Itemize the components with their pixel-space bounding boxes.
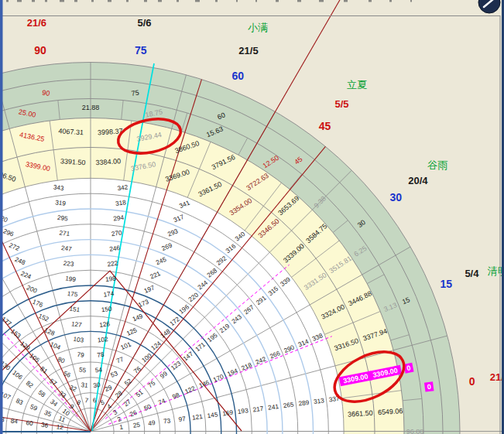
clipped-text-speck	[389, 0, 392, 2]
clipped-text-speck	[369, 0, 372, 2]
outer-degree-label: 30	[390, 191, 403, 203]
wheel-number: 265	[283, 401, 294, 409]
inner-price-value: 3391.50	[60, 157, 86, 166]
wheel-number: 294	[113, 214, 125, 223]
wheel-number: 270	[111, 229, 122, 238]
wheel-number: 12	[56, 423, 64, 431]
wheel-number: 318	[115, 199, 126, 207]
degree-value: 75	[131, 89, 139, 97]
wheel-number: 241	[268, 403, 279, 412]
inner-price-value: 3661.50	[348, 409, 373, 419]
inner-price-cell: 3384.00	[95, 157, 121, 166]
wheel-number: 84	[10, 417, 19, 425]
wheel-number: 31	[81, 381, 89, 389]
wheel-number: 145	[207, 411, 218, 419]
fraction-value: 21.88	[82, 104, 100, 111]
fraction-value: 96.88	[406, 428, 424, 434]
wheel-number: 102	[97, 336, 108, 344]
wheel-number: 36	[41, 422, 50, 429]
clipped-text-speck	[319, 0, 324, 2]
clipped-text-speck	[91, 0, 94, 2]
wheel-number: 199	[65, 275, 77, 283]
outer-degree-label: 15	[440, 278, 452, 290]
wheel-number: 175	[67, 290, 78, 299]
wheel-number: 150	[101, 306, 112, 314]
wheel-number: 25	[132, 422, 141, 429]
date-label: 21/6	[27, 17, 46, 29]
date-label: 21/5	[238, 45, 258, 56]
degree-cell: 90	[42, 89, 50, 97]
wheel-number: 126	[99, 320, 111, 329]
wheel-number: 73	[163, 417, 172, 425]
wheel-number: 169	[222, 409, 234, 418]
clipped-text-speck	[255, 0, 257, 2]
wheel-number: 121	[192, 413, 204, 422]
clipped-text-speck	[74, 0, 77, 2]
gann-wheel-window: 6549.063309.003377.943446.883515.813584.…	[0, 0, 504, 434]
wheel-number: 295	[57, 214, 68, 223]
clipped-text-speck	[158, 0, 162, 2]
wheel-number: 246	[109, 244, 121, 253]
clipped-text-speck	[410, 0, 412, 2]
degree-cell: 75	[131, 89, 139, 97]
clipped-text-speck	[32, 0, 35, 2]
wheel-number: 193	[237, 407, 249, 415]
clipped-text-speck	[144, 0, 147, 2]
wheel-number: 289	[298, 399, 310, 408]
clipped-text-speck	[297, 0, 301, 2]
clipped-text-speck	[236, 0, 238, 2]
fraction-cell: 21.88	[82, 104, 100, 111]
clipped-text-speck	[195, 0, 200, 2]
date-label: 5/5	[334, 98, 348, 110]
degree-value: 90	[42, 89, 50, 97]
clipped-text-speck	[344, 0, 348, 2]
inner-price-cell: 3661.50	[348, 409, 373, 419]
wheel-number: 247	[61, 244, 73, 253]
wheel-number: 342	[117, 184, 129, 193]
solar-term-label: 谷雨	[427, 159, 447, 171]
wheel-number: 79	[77, 351, 85, 359]
wheel-number: 174	[103, 290, 115, 299]
clipped-text-speck	[177, 0, 179, 2]
wheel-number: 223	[63, 260, 74, 268]
outer-degree-label: 45	[319, 120, 331, 132]
wheel-number: 60	[26, 419, 34, 427]
wheel-number: 55	[78, 366, 87, 374]
clipped-text-speck	[215, 0, 218, 2]
wheel-number: 271	[59, 229, 70, 238]
inner-price-value: 3384.00	[95, 157, 121, 166]
outer-degree-label: 90	[34, 44, 46, 56]
wheel-number: 49	[148, 419, 156, 427]
solar-term-label: 小满	[247, 22, 268, 33]
clipped-text-speck	[6, 0, 9, 2]
left-window-frame	[0, 0, 3, 434]
outer-price-value: 4067.31	[58, 127, 84, 136]
date-label: 5/4	[465, 268, 479, 279]
wheel-number: 97	[178, 415, 187, 423]
wheel-number: 217	[252, 405, 264, 414]
solar-term-label: 立夏	[347, 79, 367, 91]
wheel-number: 313	[314, 397, 325, 405]
outer-price-value: 6549.06	[378, 407, 403, 416]
wheel-number: 78	[97, 351, 105, 359]
clipped-text-speck	[60, 0, 64, 2]
solar-term-label: 清明	[488, 265, 504, 277]
wheel-number: 198	[105, 275, 117, 283]
wheel-number: 319	[55, 199, 67, 207]
outer-degree-label: 75	[135, 44, 147, 56]
gann-wheel-chart[interactable]: 6549.063309.003377.943446.883515.813584.…	[0, 0, 504, 434]
wheel-bands	[0, 0, 504, 434]
outer-price-cell: 6549.06	[378, 407, 403, 416]
wheel-number: 343	[53, 184, 64, 193]
date-label: 20/4	[408, 175, 428, 186]
wheel-number: 30	[93, 381, 101, 389]
clipped-text-speck	[108, 0, 111, 2]
outer-price-cell: 4067.31	[58, 127, 84, 136]
wheel-number: 151	[69, 306, 81, 314]
degree-cell: 0	[424, 381, 434, 391]
wheel-number: 127	[70, 320, 82, 329]
wheel-number: 222	[107, 260, 118, 268]
outer-degree-label: 0	[469, 375, 475, 388]
clipped-text-speck	[126, 0, 129, 2]
wheel-number: 103	[73, 336, 84, 344]
